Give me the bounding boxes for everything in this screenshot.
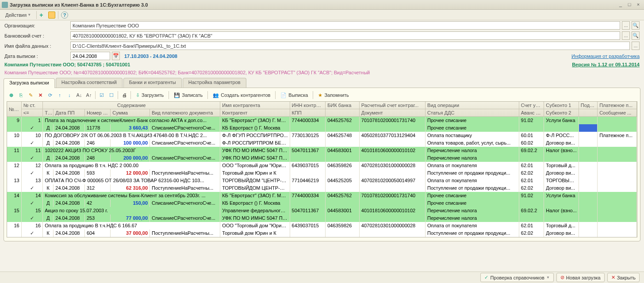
minimize-button[interactable]: _: [617, 1, 625, 8]
grid-header[interactable]: № п/п № ст. Содержание Имя контрагента И…: [7, 102, 637, 117]
delete-row-icon[interactable]: ✕: [36, 91, 45, 99]
tab-mapping-settings[interactable]: Настройка соответствий: [56, 78, 123, 88]
table-row[interactable]: 91Плата за подключение к системеКлиент-Б…: [7, 117, 637, 124]
close-button[interactable]: ✕Закрыть: [607, 273, 640, 282]
col-payment-doc[interactable]: Вид платежного документа: [150, 109, 220, 117]
maximize-button[interactable]: □: [625, 1, 633, 8]
table-row[interactable]: Д24.04.2008117783 660,43СписаниеСРасчетн…: [7, 124, 637, 132]
move-up-icon[interactable]: ↑: [55, 91, 64, 99]
col-sum[interactable]: Сумма: [111, 109, 150, 117]
meta-row: Компания Путешествие ООО; 504743785 ; 50…: [0, 61, 644, 69]
mark-icon[interactable]: [48, 11, 55, 19]
sort-asc-icon[interactable]: A↓: [75, 91, 84, 99]
table-row[interactable]: Д24.04.200842150,00СписаниеСРасчетногоСч…: [7, 199, 637, 207]
file-input[interactable]: [70, 42, 630, 50]
help-icon[interactable]: ?: [61, 11, 68, 19]
window-controls: _ □ ×: [617, 1, 642, 8]
table-row[interactable]: К24.04.200859312 000,00ПоступлениеНаРасч…: [7, 169, 637, 177]
table-row[interactable]: 1313ОПЛАТА ПО СЧ-Ф 000065 ОТ 26/08/03 ЗА…: [7, 177, 637, 184]
col-date[interactable]: Дата ПП: [54, 109, 85, 117]
add-icon[interactable]: [39, 11, 46, 19]
col-subkonto1[interactable]: Субконто 1: [544, 102, 579, 109]
table-row[interactable]: К24.04.200831262 316,00ПоступлениеНаРасч…: [7, 184, 637, 192]
new-load-button[interactable]: ⊘Новая загрузка: [556, 273, 605, 282]
col-dds[interactable]: Статья ДДС: [426, 109, 519, 117]
tab-load-statement[interactable]: Загрузка выписки: [4, 78, 55, 88]
sort-desc-icon[interactable]: A↑: [84, 91, 93, 99]
window-title: Загрузка выписки из Клиент-Банка в 1С:Бу…: [10, 2, 617, 8]
separator: [130, 91, 131, 99]
table-row[interactable]: 11111020222 АКЦИЗ ПО СРОКУ 25.05.2003ГУФ…: [7, 147, 637, 154]
table-row[interactable]: Д24.04.2008246100 000,00СписаниеСРасчетн…: [7, 139, 637, 147]
grid-toolbar: ⊕ ⎘ ✎ ✕ ⟳ ↑ ↓ A↓ A↑ ☑ ☐ 🖨 ⇩Загрузить 💾За…: [7, 91, 637, 101]
grid-body[interactable]: 91Плата за подключение к системеКлиент-Б…: [7, 117, 637, 237]
remember-button[interactable]: ★Запомнить: [315, 91, 352, 99]
col-account[interactable]: Расчетный счет контраг...: [359, 102, 425, 109]
table-row[interactable]: 1212Оплата за продукцию В т.ч. НДС 2 000…: [7, 162, 637, 169]
copy-row-icon[interactable]: ⎘: [16, 91, 25, 99]
col-pp-number[interactable]: Номер ПП: [84, 109, 110, 117]
version-link[interactable]: Версия № 1.12 от 09.11.2014: [572, 62, 640, 67]
date-range: 17.10.2003 - 24.04.2008: [124, 54, 177, 59]
table-row[interactable]: 1616Оплата за продукцию В т.ч.НДС 6 166.…: [7, 222, 637, 229]
date-input[interactable]: [70, 52, 110, 60]
col-content-group[interactable]: Содержание: [43, 102, 220, 109]
col-payment[interactable]: Платежное п...: [598, 102, 637, 109]
col-nst[interactable]: № ст.: [21, 102, 42, 109]
statement-button[interactable]: 📄Выписка: [277, 91, 311, 99]
table-row[interactable]: Д24.04.2008248200 000,00СписаниеСРасчетн…: [7, 154, 637, 162]
move-down-icon[interactable]: ↓: [65, 91, 74, 99]
col-message[interactable]: Сообщение ...: [598, 109, 637, 117]
print-icon[interactable]: 🖨: [120, 91, 129, 99]
org-search-button[interactable]: 🔍: [632, 21, 640, 30]
col-counterparty-name[interactable]: Имя контрагента: [220, 102, 290, 109]
main-toolbar: Действия▼ ?: [0, 10, 644, 20]
account-search-button[interactable]: 🔍: [632, 31, 640, 40]
developer-info-link[interactable]: Информация от разработчика: [571, 54, 640, 59]
refresh-icon[interactable]: ⟳: [46, 91, 54, 99]
account-row: Банковский счет : ... 🔍: [0, 31, 644, 41]
tab-banks-counterparties[interactable]: Банки и контрагенты: [123, 78, 182, 88]
edit-row-icon[interactable]: ✎: [26, 91, 35, 99]
col-inn[interactable]: ИНН контраг...: [290, 102, 326, 109]
org-label: Организация:: [4, 23, 69, 28]
table-row[interactable]: Д24.04.200825377 000,00СписаниеСРасчетно…: [7, 214, 637, 222]
account-input[interactable]: [70, 31, 620, 40]
date-picker-button[interactable]: 📅: [112, 52, 120, 60]
actions-menu[interactable]: Действия▼: [3, 11, 34, 19]
account-lookup-button[interactable]: ...: [622, 31, 630, 40]
col-document[interactable]: Документ: [359, 109, 425, 117]
col-type[interactable]: Тип: [43, 109, 54, 117]
create-counterparties-button[interactable]: 👥Создать контрагентов: [210, 91, 273, 99]
close-window-button[interactable]: ×: [634, 1, 642, 8]
company-meta: Компания Путешествие ООО; 504743785 ; 50…: [4, 61, 570, 68]
col-advance[interactable]: Аванс сч.: [519, 109, 544, 117]
col-np[interactable]: № п/п: [7, 102, 21, 117]
col-subkonto2[interactable]: Субконто 2: [544, 109, 579, 117]
table-row[interactable]: 1414Комиссия за обслуживание системы Бан…: [7, 192, 637, 199]
check-all-icon[interactable]: ☑: [97, 91, 106, 99]
org-lookup-button[interactable]: ...: [622, 21, 630, 30]
col-counterparty[interactable]: Контрагент: [220, 109, 290, 117]
tab-parameters[interactable]: Настройка параметров: [183, 78, 246, 88]
uncheck-all-icon[interactable]: ☐: [107, 91, 116, 99]
data-grid[interactable]: № п/п № ст. Содержание Имя контрагента И…: [7, 101, 637, 237]
col-kpp[interactable]: КПП: [290, 109, 326, 117]
save-button[interactable]: 💾Записать: [171, 91, 206, 99]
table-row[interactable]: 1010ПО ДОГОВОРУ 2/К ОТ 06.06.2003 В Т.Ч.…: [7, 132, 637, 139]
date-label: Дата выписки :: [4, 54, 69, 59]
col-operation[interactable]: Вид операции: [426, 102, 519, 109]
app-icon: [2, 2, 8, 8]
col-le[interactable]: <=: [21, 109, 42, 117]
add-row-icon[interactable]: ⊕: [7, 91, 15, 99]
account-meta: Компания Путешествие ООО; №=407028100000…: [0, 69, 644, 78]
check-refs-button[interactable]: ✓Проверка справочников▼: [480, 273, 553, 282]
file-lookup-button[interactable]: ...: [632, 42, 640, 50]
load-button[interactable]: ⇩Загрузить: [133, 91, 167, 99]
col-dept[interactable]: Подр...: [579, 102, 597, 109]
table-row[interactable]: 1515Акциз по сроку 15.07.2003 г.Управлен…: [7, 207, 637, 214]
col-bik[interactable]: БИК банка: [326, 102, 360, 109]
table-row[interactable]: К24.04.200860437 000,00ПоступлениеНаРасч…: [7, 229, 637, 237]
org-input[interactable]: [70, 21, 620, 30]
col-account-code[interactable]: Счет уче...: [519, 102, 544, 109]
